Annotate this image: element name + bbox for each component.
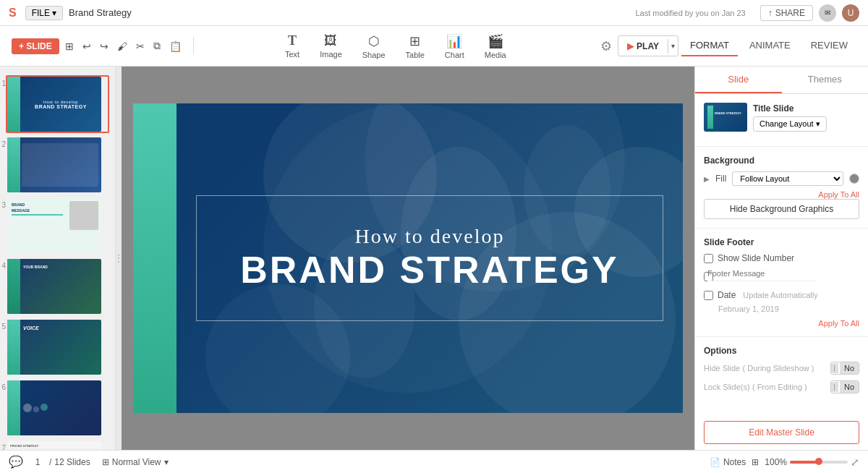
play-button[interactable]: ▶ PLAY xyxy=(618,38,668,54)
slide-panel: 1 How to develop BRAND STRATEGY 2 3 BRA xyxy=(0,67,116,450)
cut-button[interactable]: ✂ xyxy=(133,38,148,55)
page-info: / 12 Slides xyxy=(29,457,90,467)
right-panel-tabs: Slide Themes xyxy=(695,67,868,94)
hide-slide-toggle[interactable]: | No xyxy=(830,362,859,375)
hide-background-button[interactable]: Hide Background Graphics xyxy=(704,199,859,219)
user-avatar[interactable]: U xyxy=(842,4,859,22)
shape-tool[interactable]: ⬡ Shape xyxy=(354,30,394,62)
media-label: Media xyxy=(485,51,506,59)
slide-preview-5: VOICE xyxy=(7,320,101,375)
play-icon: ▶ xyxy=(627,41,634,51)
notes-button[interactable]: 📄 Notes xyxy=(710,457,746,467)
change-layout-button[interactable]: Change Layout ▾ xyxy=(753,116,827,132)
edit-master-slide-button[interactable]: Edit Master Slide xyxy=(704,421,859,444)
zoom-fill xyxy=(790,461,819,464)
bottom-right: 📄 Notes ⊞ 100% ⤢ xyxy=(710,456,859,468)
footer-title: Slide Footer xyxy=(704,237,859,247)
toolbar: + SLIDE ⊞ ↩ ↪ 🖌 ✂ ⧉ 📋 T Text 🖼 Image ⬡ S… xyxy=(0,26,868,67)
fit-to-screen-button[interactable]: ⤢ xyxy=(851,456,859,468)
options-section: Options Hide Slide ( During Slideshow ) … xyxy=(695,337,868,408)
footer-section: Slide Footer Show Slide Number Date Upda… xyxy=(695,229,868,337)
current-page-input[interactable] xyxy=(29,457,46,467)
date-checkbox[interactable] xyxy=(704,291,713,300)
show-number-row: Show Slide Number xyxy=(704,253,859,263)
slide-canvas[interactable]: How to develop BRAND STRATEGY xyxy=(133,103,683,413)
grid-view-button-bottom[interactable]: ⊞ xyxy=(752,457,759,467)
paste-button[interactable]: 📋 xyxy=(166,38,184,55)
view-mode-selector[interactable]: ⊞ Normal View ▾ xyxy=(102,457,169,467)
slide-thumb-1[interactable]: 1 How to develop BRAND STRATEGY xyxy=(6,75,109,133)
lock-slide-toggle-no[interactable]: No xyxy=(840,381,859,393)
date-value: February 1, 2019 xyxy=(718,304,859,313)
slide-thumb-2[interactable]: 2 xyxy=(6,136,109,194)
tab-format[interactable]: FORMAT xyxy=(681,35,738,56)
notes-label: Notes xyxy=(723,457,746,467)
lock-slide-toggle-off[interactable]: | xyxy=(831,382,838,392)
lock-slide-label: Lock Slide(s) ( From Editing ) xyxy=(704,382,807,392)
tab-animate[interactable]: ANIMATE xyxy=(741,35,799,56)
chart-tool[interactable]: 📊 Chart xyxy=(436,30,473,62)
slide-subtitle: How to develop xyxy=(240,225,618,248)
add-slide-button[interactable]: + SLIDE xyxy=(12,38,59,54)
share-icon: ↑ xyxy=(768,8,773,18)
last-modified-text: Last modified by you on Jan 23 xyxy=(635,9,745,17)
text-label: Text xyxy=(285,50,299,59)
slide-thumb-3[interactable]: 3 BRAND MESSAGE xyxy=(6,197,109,255)
slide-content-area: How to develop BRAND STRATEGY xyxy=(176,103,683,413)
text-icon: T xyxy=(288,33,297,48)
play-dropdown[interactable]: ▾ xyxy=(668,36,678,56)
view-mode-caret: ▾ xyxy=(164,457,169,467)
grid-view-button[interactable]: ⊞ xyxy=(62,38,77,55)
table-label: Table xyxy=(406,51,425,59)
slide-preview-2 xyxy=(7,137,101,192)
slide-preview-4: YOUR BRAND xyxy=(7,259,101,314)
chart-label: Chart xyxy=(445,51,464,59)
table-tool[interactable]: ⊞ Table xyxy=(397,30,433,62)
media-tool[interactable]: 🎬 Media xyxy=(476,30,515,62)
toolbar-tools: T Text 🖼 Image ⬡ Shape ⊞ Table 📊 Chart 🎬… xyxy=(194,30,597,62)
slide-text-box: How to develop BRAND STRATEGY xyxy=(196,195,663,321)
show-number-checkbox[interactable] xyxy=(704,254,713,263)
canvas-area: How to develop BRAND STRATEGY xyxy=(122,67,694,450)
total-pages: 12 Slides xyxy=(54,457,90,467)
file-menu-button[interactable]: FILE ▾ xyxy=(25,6,63,20)
lock-slide-toggle[interactable]: | No xyxy=(830,380,859,393)
comments-icon[interactable]: 💬 xyxy=(9,455,23,469)
slide-thumb-6[interactable]: 6 xyxy=(6,379,109,437)
app-logo: S xyxy=(9,7,17,20)
notifications-icon[interactable]: ✉ xyxy=(819,4,836,22)
image-tool[interactable]: 🖼 Image xyxy=(311,30,351,61)
zoom-thumb[interactable] xyxy=(815,458,822,465)
date-update-button[interactable]: Update Automatically xyxy=(743,291,817,299)
notes-icon: 📄 xyxy=(710,457,720,467)
bg-apply-all[interactable]: Apply To All xyxy=(704,190,859,199)
view-mode-label: Normal View xyxy=(112,457,161,467)
hide-slide-toggle-no[interactable]: No xyxy=(840,362,859,374)
slide-thumb-4[interactable]: 4 YOUR BRAND xyxy=(6,257,109,315)
show-number-label[interactable]: Show Slide Number xyxy=(718,253,794,263)
hide-slide-toggle-off[interactable]: | xyxy=(831,363,838,373)
right-tab-slide[interactable]: Slide xyxy=(695,67,782,93)
slide-thumb-5[interactable]: 5 VOICE xyxy=(6,318,109,376)
footer-message-input[interactable] xyxy=(707,268,816,281)
panel-resize-handle[interactable] xyxy=(116,67,122,450)
footer-apply-all[interactable]: Apply To All xyxy=(704,319,859,328)
settings-icon[interactable]: ⚙ xyxy=(597,35,615,57)
document-title[interactable]: Brand Strategy xyxy=(69,7,629,18)
shape-label: Shape xyxy=(362,51,386,59)
slide-thumb-7[interactable]: 7 PRICING STRATEGY Add Details xyxy=(6,440,109,450)
text-tool[interactable]: T Text xyxy=(276,30,308,61)
right-tab-themes[interactable]: Themes xyxy=(782,67,869,93)
layout-name: Title Slide xyxy=(753,103,827,114)
tab-review[interactable]: REVIEW xyxy=(802,35,856,56)
redo-button[interactable]: ↪ xyxy=(97,38,111,55)
copy-button[interactable]: ⧉ xyxy=(150,37,163,55)
background-section: Background ▶ Fill Follow Layout Solid Gr… xyxy=(695,147,868,229)
share-button[interactable]: ↑ SHARE xyxy=(760,5,813,21)
paint-format-button[interactable]: 🖌 xyxy=(114,38,130,55)
date-label[interactable]: Date xyxy=(718,290,736,300)
fill-select[interactable]: Follow Layout Solid Gradient Image xyxy=(732,171,843,186)
undo-button[interactable]: ↩ xyxy=(80,38,94,55)
zoom-slider[interactable] xyxy=(790,461,848,464)
fill-color-dot[interactable] xyxy=(849,174,859,184)
